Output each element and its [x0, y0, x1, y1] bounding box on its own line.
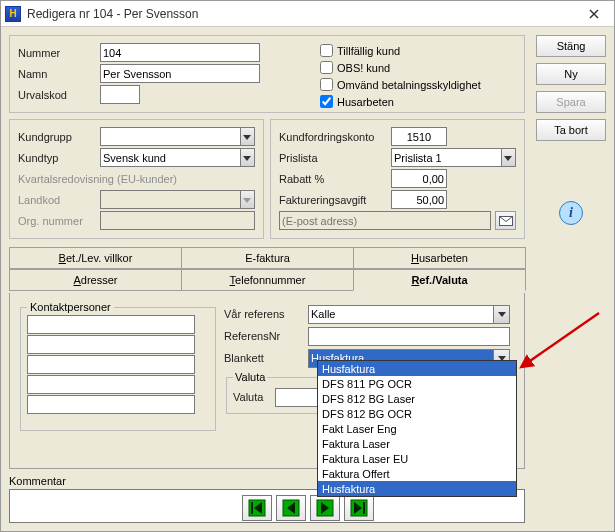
tab-husarbeten[interactable]: Husarbeten [353, 247, 526, 269]
nav-next-icon [316, 499, 334, 517]
kundtyp-select[interactable] [100, 148, 240, 167]
rabatt-label: Rabatt % [279, 173, 391, 185]
nav-prev-button[interactable] [276, 495, 306, 521]
dropdown-option[interactable]: Faktura Laser EU [318, 451, 516, 466]
tabstrip: Bet./Lev. villkor E-faktura Husarbeten A… [9, 247, 525, 293]
kundgrupp-dropdown-button[interactable] [240, 127, 255, 146]
nummer-label: Nummer [18, 47, 100, 59]
svg-marker-5 [504, 156, 512, 161]
nav-next-button[interactable] [310, 495, 340, 521]
valuta-legend: Valuta [233, 371, 267, 383]
obs-check[interactable]: OBS! kund [320, 59, 516, 76]
nav-prev-icon [282, 499, 300, 517]
new-button[interactable]: Ny [536, 63, 606, 85]
kvartals-label: Kvartalsredovisning (EU-kunder) [18, 173, 177, 185]
varref-dropdown-button[interactable] [493, 305, 510, 324]
kontakt-input-1[interactable] [27, 315, 195, 334]
kundtyp-dropdown-button[interactable] [240, 148, 255, 167]
record-nav [1, 495, 614, 521]
urvalskod-label: Urvalskod [18, 89, 100, 101]
svg-marker-4 [243, 198, 251, 203]
tab-efaktura[interactable]: E-faktura [181, 247, 354, 269]
kontakt-legend: Kontaktpersoner [27, 301, 114, 313]
faktavgift-label: Faktureringsavgift [279, 194, 391, 206]
window-close-button[interactable] [578, 3, 610, 25]
konto-input[interactable] [391, 127, 447, 146]
dropdown-option[interactable]: Faktura Laser [318, 436, 516, 451]
landkod-select [100, 190, 240, 209]
blankett-dropdown-list[interactable]: HusfakturaDFS 811 PG OCRDFS 812 BG Laser… [317, 360, 517, 497]
hus-check[interactable]: Husarbeten [320, 93, 516, 110]
left-kund-group: Kundgrupp Kundtyp Kvartalsredovis [9, 119, 264, 239]
email-icon [499, 216, 513, 226]
tab-ref-valuta[interactable]: Ref./Valuta [353, 269, 526, 291]
nummer-input[interactable] [100, 43, 260, 62]
tab-telefon[interactable]: Telefonnummer [181, 269, 354, 291]
right-kund-group: Kundfordringskonto Prislista Rabatt % [270, 119, 525, 239]
app-icon: H [5, 6, 21, 22]
dropdown-option[interactable]: DFS 812 BG OCR [318, 406, 516, 421]
kontakt-input-2[interactable] [27, 335, 195, 354]
epost-input [279, 211, 491, 230]
kundtyp-label: Kundtyp [18, 152, 100, 164]
nav-first-button[interactable] [242, 495, 272, 521]
kontakt-group: Kontaktpersoner [20, 301, 216, 431]
dropdown-option[interactable]: Husfaktura [318, 361, 516, 376]
svg-rect-19 [363, 502, 365, 514]
landkod-label: Landkod [18, 194, 100, 206]
titlebar: H Redigera nr 104 - Per Svensson [1, 1, 614, 27]
svg-marker-3 [243, 156, 251, 161]
kontakt-input-4[interactable] [27, 375, 195, 394]
kontakt-input-5[interactable] [27, 395, 195, 414]
dropdown-option[interactable]: Faktura Offert [318, 466, 516, 481]
namn-input[interactable] [100, 64, 260, 83]
omv-check[interactable]: Omvänd betalningsskyldighet [320, 76, 516, 93]
svg-line-21 [527, 313, 599, 363]
nav-first-icon [248, 499, 266, 517]
window-title: Redigera nr 104 - Per Svensson [27, 7, 578, 21]
rabatt-input[interactable] [391, 169, 447, 188]
faktavgift-input[interactable] [391, 190, 447, 209]
save-button[interactable]: Spara [536, 91, 606, 113]
svg-marker-7 [498, 312, 506, 317]
dropdown-option[interactable]: Husfaktura [318, 481, 516, 496]
varref-label: Vår referens [224, 308, 308, 320]
delete-button[interactable]: Ta bort [536, 119, 606, 141]
epost-button[interactable] [495, 211, 516, 230]
kundgrupp-select[interactable] [100, 127, 240, 146]
tab-adresser[interactable]: Adresser [9, 269, 182, 291]
close-icon [589, 9, 599, 19]
kundgrupp-label: Kundgrupp [18, 131, 100, 143]
kontakt-input-3[interactable] [27, 355, 195, 374]
nav-last-button[interactable] [344, 495, 374, 521]
prislista-select[interactable] [391, 148, 501, 167]
refnr-input[interactable] [308, 327, 510, 346]
prislista-label: Prislista [279, 152, 391, 164]
orgnr-input [100, 211, 255, 230]
nav-last-icon [350, 499, 368, 517]
prislista-dropdown-button[interactable] [501, 148, 516, 167]
landkod-dropdown-button [240, 190, 255, 209]
annotation-arrow [519, 309, 603, 379]
varref-select[interactable] [308, 305, 493, 324]
blankett-label: Blankett [224, 352, 308, 364]
close-button[interactable]: Stäng [536, 35, 606, 57]
tab-bet-lev[interactable]: Bet./Lev. villkor [9, 247, 182, 269]
namn-label: Namn [18, 68, 100, 80]
orgnr-label: Org. nummer [18, 215, 100, 227]
top-group: Nummer Namn Urvalskod Tillfä [9, 35, 525, 113]
dropdown-option[interactable]: DFS 812 BG Laser [318, 391, 516, 406]
urvalskod-input[interactable] [100, 85, 140, 104]
dropdown-option[interactable]: DFS 811 PG OCR [318, 376, 516, 391]
konto-label: Kundfordringskonto [279, 131, 391, 143]
dropdown-option[interactable]: Fakt Laser Eng [318, 421, 516, 436]
refnr-label: ReferensNr [224, 330, 308, 342]
svg-rect-11 [251, 502, 253, 514]
tillfallig-check[interactable]: Tillfällig kund [320, 42, 516, 59]
svg-marker-2 [243, 135, 251, 140]
valuta-label: Valuta [233, 391, 275, 403]
info-icon[interactable]: i [559, 201, 583, 225]
